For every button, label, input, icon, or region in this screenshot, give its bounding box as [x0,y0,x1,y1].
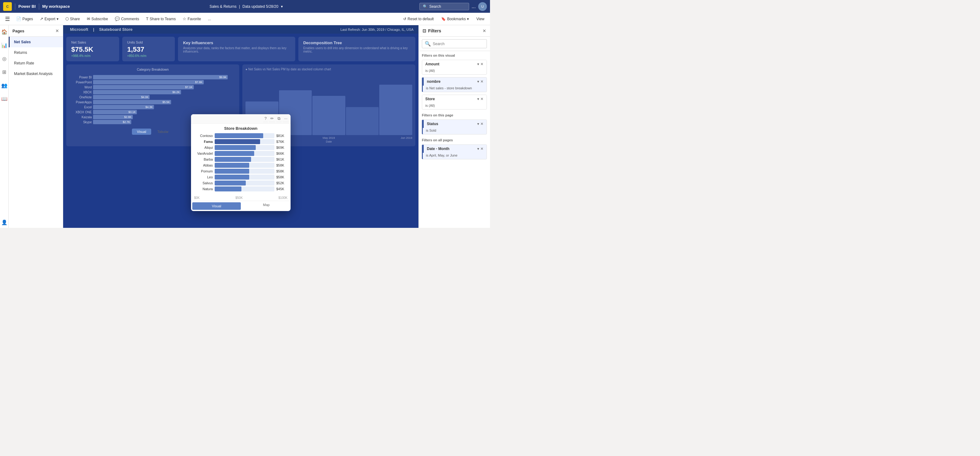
cat-item-word: Word $7.1K [71,85,235,89]
amount-filter-clear[interactable]: ✕ [480,62,484,66]
date-month-filter-title: Date - Month [427,147,450,151]
store-item-pomum: Pomum $58K [194,169,288,174]
export-button[interactable]: ↗ Export ▾ [37,15,62,22]
home-icon[interactable]: 🏠 [0,28,9,36]
store-visual-tab[interactable]: Visual [192,202,241,210]
copy-icon[interactable]: ⧉ [276,115,282,122]
cat-item-powerapps: PowerApps $5.5K [71,100,235,104]
learn-icon[interactable]: 📖 [0,95,9,103]
date-month-filter-value: is April, May, or June [423,153,487,159]
more-options-icon[interactable]: ··· [283,115,289,122]
filter-search-input[interactable] [433,42,484,46]
status-filter-clear[interactable]: ✕ [480,122,484,126]
search-icon: 🔍 [423,4,428,9]
breadcrumb: Microsoft | Skateboard Store [68,27,134,32]
page-item-market-basket[interactable]: Market Basket Analysis [9,69,63,79]
date-month-filter-clear[interactable]: ✕ [480,147,484,151]
breadcrumb-separator: | [93,27,95,32]
more-button[interactable]: ... [205,16,214,22]
comments-button[interactable]: 💬 Comments [112,15,142,22]
status-filter-chevron[interactable]: ▾ [477,122,479,126]
filter-search-box[interactable]: 🔍 [422,39,487,48]
status-filter-header[interactable]: Status ▾ ✕ [423,120,487,128]
subscribe-button[interactable]: ✉ Subscribe [84,15,111,22]
store-filter-header[interactable]: Store ▾ ✕ [422,95,487,103]
app-name: Power BI [18,4,36,9]
units-sold-value: 1,537 [127,45,170,54]
amount-filter-chevron[interactable]: ▾ [477,62,479,66]
view-button[interactable]: View [473,16,487,22]
filters-on-visual-label: Filters on this visual [419,51,490,59]
nombre-filter: nombre ▾ ✕ is Net sales - store breakdow… [422,77,487,92]
kpi-row: Net Sales $75.5K +988.4% m/m Units Sold … [66,37,415,61]
pages-icon: 📄 [16,16,21,21]
axis-label-50k: $50K [235,196,243,199]
global-search-box[interactable]: 🔍 Search [419,3,469,10]
report-icon[interactable]: 📊 [0,41,9,49]
popup-toolbar: ? ✏ ⧉ ··· [191,114,291,124]
menu-toggle-button[interactable]: ☰ [3,14,13,24]
page-item-returns[interactable]: Returns [9,47,63,58]
profile-icon[interactable]: 👤 [0,218,9,226]
store-breakdown-popup: ? ✏ ⧉ ··· Store Breakdown Contoso $81K [191,114,291,211]
store-filter-clear[interactable]: ✕ [480,97,484,101]
store-item-barba: Barba $61K [194,157,288,162]
share-button[interactable]: ⬡ Share [62,15,83,22]
apps-icon[interactable]: ⊞ [1,68,8,76]
filters-close-button[interactable]: ✕ [482,28,486,33]
kpi-key-influencers[interactable]: Key Influencers Analyzes your data, rank… [178,37,295,61]
store-map-tab[interactable]: Map [242,201,291,211]
pages-button[interactable]: 📄 Pages [13,15,36,22]
edit-icon[interactable]: ✏ [269,115,275,122]
units-sold-label: Units Sold [127,40,170,44]
people-icon[interactable]: 👥 [0,81,9,90]
nombre-filter-title: nombre [427,80,441,84]
share-to-teams-label: Share to Teams [150,17,176,21]
content-area: Microsoft | Skateboard Store Last Refres… [63,25,418,228]
nav-divider [15,3,15,10]
date-month-filter-header[interactable]: Date - Month ▾ ✕ [423,145,487,153]
help-icon[interactable]: ? [263,115,268,122]
chevron-down-icon[interactable]: ▾ [281,4,283,9]
category-tabular-tab[interactable]: Tabular [153,129,173,135]
category-visual-tab[interactable]: Visual [132,129,151,135]
store-item-abbas: Abbas $58K [194,163,288,168]
net-sales-change: +988.4% m/m [71,54,114,57]
reset-icon: ↺ [403,17,406,21]
goals-icon[interactable]: ◎ [1,54,8,63]
filter-search-area: 🔍 [419,37,490,51]
report-title: Sales & Returns [209,4,237,9]
favorite-label: Favorite [188,17,201,21]
more-options-button[interactable]: ... [472,4,476,10]
main-layout: 🏠 📊 ◎ ⊞ 👥 📖 👤 Pages ✕ Net Sales Returns … [0,25,490,228]
bookmarks-button[interactable]: 🔖 Bookmarks ▾ [438,16,472,22]
store-filter-chevron[interactable]: ▾ [477,97,479,101]
store-breakdown-list: Contoso $81K Fama $76K Aliqui $69 [191,132,291,196]
page-item-net-sales[interactable]: Net Sales [9,37,63,47]
pages-panel-close-button[interactable]: ✕ [56,28,59,33]
bookmarks-chevron-icon: ▾ [467,17,469,21]
category-breakdown-title: Category Breakdown [69,67,236,71]
units-sold-change: +850.6% m/m [127,54,170,57]
search-label: Search [430,4,441,9]
share-to-teams-button[interactable]: T Share to Teams [143,15,179,22]
nombre-filter-clear[interactable]: ✕ [480,80,484,84]
favorite-button[interactable]: ☆ Favorite [180,15,204,22]
nav-divider-2 [39,3,39,10]
pages-panel: Pages ✕ Net Sales Returns Return Rate Ma… [9,25,63,228]
nombre-filter-chevron[interactable]: ▾ [477,80,479,84]
date-month-filter-chevron[interactable]: ▾ [477,147,479,151]
amount-filter-header[interactable]: Amount ▾ ✕ [422,60,487,68]
cat-item-powerpoint: PowerPoint $7.8K [71,80,235,85]
nombre-filter-header[interactable]: nombre ▾ ✕ [423,78,487,86]
reset-to-default-button[interactable]: ↺ Reset to default [400,16,437,22]
store-filter: Store ▾ ✕ is (All) [422,95,487,110]
pages-label: Pages [22,17,33,21]
workspace-name[interactable]: My workspace [42,4,70,9]
store-item-natura: Natura $45K [194,187,288,191]
amount-filter-title: Amount [425,62,439,66]
kpi-decomposition-tree[interactable]: Decomposition Tree Enables users to dril… [298,37,415,61]
user-avatar[interactable]: U [478,2,487,11]
page-item-return-rate[interactable]: Return Rate [9,58,63,69]
report-info: Sales & Returns | Data updated 5/28/20 ▾ [76,4,417,9]
